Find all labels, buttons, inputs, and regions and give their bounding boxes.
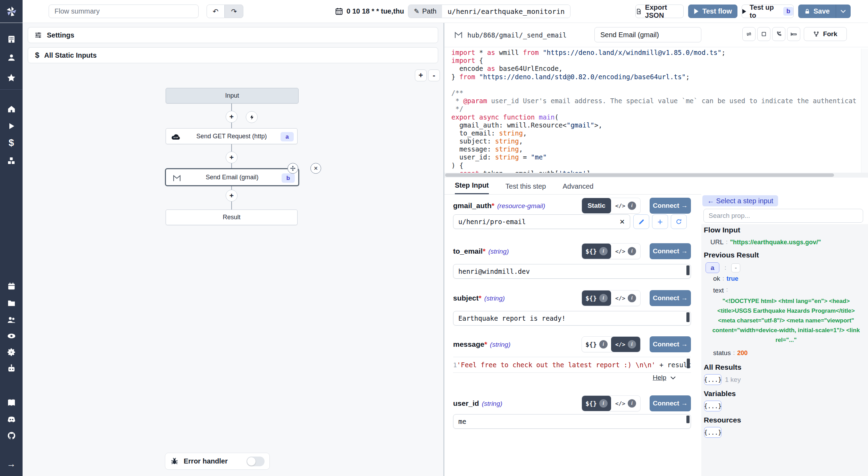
step-name-input[interactable]: Send Email (gmail): [594, 27, 701, 42]
result-ok-row[interactable]: ok : true: [713, 275, 738, 282]
flow-settings-bar[interactable]: Settings: [28, 27, 438, 43]
save-button[interactable]: Save: [798, 5, 836, 18]
connect-button-subject[interactable]: Connect →: [650, 290, 691, 306]
path-chip[interactable]: ✎ Path u/henri/earthquake_monitorin: [408, 5, 570, 18]
sidebar-item-runs[interactable]: play-icon: [0, 119, 23, 133]
sidebar-item-home[interactable]: home-icon: [0, 102, 23, 116]
variables-object-badge[interactable]: {...}: [704, 401, 721, 411]
result-status-row[interactable]: status : 200: [713, 349, 748, 357]
template-mode-segment[interactable]: ${}i: [582, 244, 611, 259]
search-prop-input[interactable]: Search prop...: [703, 209, 863, 223]
all-static-inputs-bar[interactable]: $ All Static Inputs: [28, 47, 438, 63]
export-json-button[interactable]: Export JSON: [635, 5, 684, 18]
sleep-settings-button[interactable]: [787, 27, 800, 41]
fork-button[interactable]: Fork: [804, 27, 847, 41]
connect-button-message[interactable]: Connect →: [650, 336, 691, 352]
input-scroll-thumb[interactable]: [686, 265, 690, 275]
add-step-button-2[interactable]: +: [226, 151, 237, 163]
error-handler-bar[interactable]: Error handler: [165, 453, 270, 470]
connect-button-to-email[interactable]: Connect →: [650, 243, 691, 259]
flow-canvas[interactable]: Settings $ All Static Inputs + - Input +…: [23, 23, 444, 476]
error-handler-toggle[interactable]: [247, 457, 265, 466]
code-mode-segment[interactable]: </>i: [611, 244, 640, 259]
undo-button[interactable]: ↶: [207, 5, 225, 18]
static-mode-segment[interactable]: Static: [582, 198, 611, 213]
result-text-row[interactable]: text :: [713, 287, 730, 294]
save-dropdown-button[interactable]: [836, 5, 851, 18]
add-step-button-3[interactable]: +: [226, 190, 237, 202]
sidebar-item-groups[interactable]: users-group-icon: [0, 313, 23, 327]
subject-input[interactable]: Earthquake report is ready!: [453, 311, 691, 326]
collapse-badge[interactable]: -: [731, 263, 740, 272]
editor-vertical-scrollbar[interactable]: [861, 49, 868, 173]
move-step-handle[interactable]: [287, 163, 298, 174]
test-flow-button[interactable]: Test flow: [688, 5, 737, 18]
chevron-down-icon[interactable]: [670, 376, 676, 379]
template-mode-segment[interactable]: ${}i: [582, 290, 611, 306]
sidebar-item-workers[interactable]: robot-icon: [0, 362, 23, 376]
all-results-object-badge[interactable]: {...}: [704, 374, 721, 385]
sidebar-item-github[interactable]: github-icon: [0, 429, 23, 443]
resources-object-badge[interactable]: {...}: [704, 427, 721, 438]
to-email-input[interactable]: henri@windmill.dev: [453, 264, 691, 279]
sidebar-item-user[interactable]: user-icon: [0, 51, 23, 65]
gmail-auth-input[interactable]: u/henri/pro-email ✕: [453, 214, 630, 229]
refresh-resource-button[interactable]: [671, 214, 687, 229]
sidebar-item-audit-logs[interactable]: eye-icon: [0, 329, 23, 343]
early-stop-button[interactable]: [757, 27, 770, 41]
redo-button[interactable]: ↷: [225, 5, 243, 18]
step-a-badge[interactable]: a: [706, 262, 719, 273]
flow-node-input[interactable]: Input: [166, 88, 299, 104]
sidebar-item-discord[interactable]: discord-icon: [0, 412, 23, 426]
flow-node-get-request[interactable]: HTTP Send GET Request (http) a: [166, 128, 298, 144]
connect-button-gmail-auth[interactable]: Connect →: [650, 198, 691, 214]
add-step-button-1[interactable]: +: [226, 111, 237, 123]
tab-advanced[interactable]: Advanced: [562, 182, 593, 194]
sidebar-item-favorites[interactable]: star-icon: [0, 71, 23, 84]
retry-settings-button[interactable]: [742, 27, 756, 41]
sidebar-item-schedules[interactable]: calendar-icon: [0, 279, 23, 293]
code-mode-segment[interactable]: </>i: [611, 396, 640, 411]
template-mode-segment[interactable]: ${}i: [582, 396, 611, 411]
code-mode-segment[interactable]: </>i: [611, 198, 640, 213]
code-editor[interactable]: import * as wmill from "https://deno.lan…: [444, 49, 861, 173]
zoom-in-button[interactable]: +: [415, 69, 427, 81]
message-code-editor[interactable]: 1 'Feel free to check out the latest rep…: [453, 357, 691, 373]
schedule-text[interactable]: 0 10 18 * * tue,thu: [347, 7, 404, 15]
select-step-input-chip[interactable]: ← Select a step input: [702, 195, 778, 206]
sidebar-item-docs[interactable]: book-icon: [0, 396, 23, 410]
flow-node-result[interactable]: Result: [166, 210, 298, 225]
sidebar-item-variables[interactable]: $: [0, 136, 23, 150]
flow-summary-input[interactable]: Flow summary: [49, 5, 199, 18]
code-mode-segment[interactable]: </>i: [611, 290, 640, 306]
sidebar-item-resources[interactable]: resources-cubes-icon: [0, 154, 23, 167]
delete-step-button[interactable]: ×: [310, 163, 321, 174]
ai-assist-button[interactable]: [246, 111, 258, 123]
hub-script-path[interactable]: hub/868/gmail/_send_email: [467, 31, 567, 39]
tab-step-input[interactable]: Step Input: [455, 181, 489, 194]
result-a-row[interactable]: a : -: [706, 262, 740, 273]
sidebar-item-settings[interactable]: gear-icon: [0, 345, 23, 359]
tab-test-this-step[interactable]: Test this step: [506, 182, 546, 194]
clear-resource-button[interactable]: ✕: [619, 218, 625, 226]
editor-horizontal-scrollbar[interactable]: [444, 173, 868, 178]
flow-node-send-email-selected[interactable]: Send Email (gmail) b ×: [165, 168, 299, 186]
edit-resource-button[interactable]: [633, 214, 649, 229]
input-scroll-thumb[interactable]: [686, 312, 690, 322]
flow-input-url-row[interactable]: URL : "https://earthquake.usgs.gov/": [710, 238, 821, 246]
sidebar-expand-button[interactable]: →: [0, 457, 23, 471]
suspend-approval-button[interactable]: [772, 27, 785, 41]
scrollbar-thumb[interactable]: [445, 173, 834, 177]
sidebar-item-folders[interactable]: folder-icon: [0, 296, 23, 310]
user-id-input[interactable]: me: [453, 414, 691, 429]
sidebar-item-workspace[interactable]: building-icon: [0, 32, 23, 46]
input-scroll-thumb[interactable]: [686, 416, 690, 423]
template-mode-segment[interactable]: ${}i: [582, 337, 611, 352]
windmill-logo[interactable]: [0, 0, 23, 23]
connect-button-user-id[interactable]: Connect →: [650, 395, 691, 411]
code-mode-segment[interactable]: </>i: [611, 337, 640, 352]
help-link[interactable]: Help: [653, 374, 666, 381]
input-scroll-thumb[interactable]: [687, 359, 690, 368]
add-resource-button[interactable]: +: [652, 214, 668, 229]
zoom-out-button[interactable]: -: [428, 69, 440, 81]
